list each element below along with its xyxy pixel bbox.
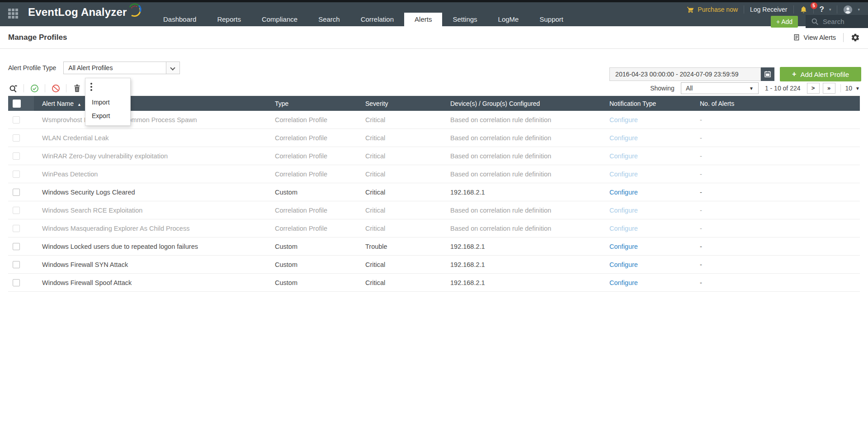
table-row[interactable]: WLAN Credential Leak Correlation Profile…: [8, 129, 860, 147]
disable-profile-button[interactable]: [51, 83, 61, 93]
alert-name[interactable]: Wsmprovhost Launching Uncommon Process S…: [34, 116, 267, 124]
notifications-button[interactable]: 5: [794, 5, 813, 14]
col-notification-type[interactable]: Notification Type: [601, 100, 692, 107]
menu-item-import[interactable]: Import: [85, 95, 130, 109]
pagination-bar: Showing All ▼ 1 - 10 of 224 > » 10 ▼: [650, 82, 860, 94]
alert-devices: Based on correlation rule definition: [442, 134, 601, 142]
tab-search[interactable]: Search: [308, 13, 350, 26]
col-alert-name[interactable]: Alert Name▲: [34, 100, 267, 107]
alert-name[interactable]: Windows Security Logs Cleared: [34, 189, 267, 196]
row-checkbox[interactable]: [13, 261, 20, 268]
calendar-button[interactable]: [761, 67, 774, 81]
alert-name[interactable]: Windows Firewall SYN Attack: [34, 261, 267, 268]
tab-compliance[interactable]: Compliance: [251, 13, 308, 26]
configure-link[interactable]: Configure: [609, 243, 638, 250]
configure-link[interactable]: Configure: [609, 116, 638, 124]
tab-alerts[interactable]: Alerts: [404, 13, 442, 26]
configure-link[interactable]: Configure: [609, 225, 638, 232]
apps-grid-icon[interactable]: [8, 9, 19, 19]
alert-devices: Based on correlation rule definition: [442, 116, 601, 124]
alert-type: Correlation Profile: [267, 116, 357, 124]
divider: [45, 84, 45, 92]
col-severity[interactable]: Severity: [357, 100, 442, 107]
alert-name[interactable]: WLAN Credential Leak: [34, 134, 267, 142]
alert-name[interactable]: Windows Firewall Spoof Attack: [34, 279, 267, 286]
col-type[interactable]: Type: [267, 100, 357, 107]
bell-icon: [800, 5, 807, 14]
row-checkbox[interactable]: [13, 171, 20, 178]
table-row[interactable]: Windows Firewall SYN Attack Custom Criti…: [8, 256, 860, 274]
add-alert-profile-button[interactable]: + Add Alert Profile: [780, 67, 861, 81]
tab-settings[interactable]: Settings: [442, 13, 487, 26]
table-row[interactable]: Windows Locked users due to repeated log…: [8, 238, 860, 256]
delete-profile-button[interactable]: [72, 83, 82, 93]
alert-name[interactable]: Windows Locked users due to repeated log…: [34, 243, 267, 250]
alert-name[interactable]: WinPeas Detection: [34, 171, 267, 178]
row-checkbox[interactable]: [13, 152, 20, 160]
quick-add-button[interactable]: + Add: [771, 16, 798, 28]
row-checkbox[interactable]: [13, 116, 20, 124]
pagination-range: 1 - 10 of 224: [765, 85, 801, 92]
global-search-input[interactable]: [823, 18, 861, 25]
configure-link[interactable]: Configure: [609, 134, 638, 142]
configure-link[interactable]: Configure: [609, 171, 638, 178]
menu-item-export[interactable]: Export: [85, 109, 130, 123]
tab-dashboard[interactable]: Dashboard: [153, 13, 207, 26]
table-row[interactable]: WinRAR Zero-Day vulnerability exploitati…: [8, 147, 860, 165]
table-row[interactable]: Windows Security Logs Cleared Custom Cri…: [8, 183, 860, 201]
tab-correlation[interactable]: Correlation: [350, 13, 404, 26]
row-checkbox[interactable]: [13, 279, 20, 286]
cart-icon: [687, 6, 694, 13]
divider: [840, 84, 841, 92]
enable-profile-button[interactable]: [29, 83, 39, 93]
settings-gear-icon[interactable]: [851, 33, 860, 42]
alert-devices: 192.168.2.1: [442, 243, 601, 250]
table-row[interactable]: Windows Search RCE Exploitation Correlat…: [8, 201, 860, 219]
global-search-box[interactable]: [806, 15, 868, 28]
configure-link[interactable]: Configure: [609, 207, 638, 214]
configure-link[interactable]: Configure: [609, 279, 638, 286]
profile-type-filter: Alert Profile Type All Alert Profiles: [8, 62, 180, 74]
table-row[interactable]: Windows Firewall Spoof Attack Custom Cri…: [8, 274, 860, 292]
tab-logme[interactable]: LogMe: [488, 13, 529, 26]
purchase-now-link[interactable]: Purchase now: [681, 6, 744, 13]
row-checkbox[interactable]: [13, 207, 20, 214]
configure-link[interactable]: Configure: [609, 152, 638, 160]
calendar-icon: [764, 71, 771, 78]
row-checkbox[interactable]: [13, 134, 20, 142]
row-checkbox[interactable]: [13, 225, 20, 232]
alert-name[interactable]: Windows Search RCE Exploitation: [34, 207, 267, 214]
next-page-button[interactable]: >: [807, 83, 820, 94]
table-row[interactable]: Windows Masquerading Explorer As Child P…: [8, 219, 860, 238]
row-checkbox[interactable]: [13, 189, 20, 196]
col-devices[interactable]: Device(s) / Group(s) Configured: [442, 100, 601, 107]
select-all-checkbox[interactable]: [13, 100, 21, 108]
tab-reports[interactable]: Reports: [207, 13, 251, 26]
page-size-select[interactable]: 10 ▼: [845, 85, 860, 92]
date-range-field[interactable]: 2016-04-23 00:00:00 - 2024-07-09 23:59:5…: [609, 67, 761, 81]
plus-icon: +: [792, 70, 796, 78]
col-no-of-alerts[interactable]: No. of Alerts: [692, 100, 860, 107]
alert-name[interactable]: Windows Masquerading Explorer As Child P…: [34, 225, 267, 232]
table-row[interactable]: WinPeas Detection Correlation Profile Cr…: [8, 165, 860, 183]
showing-filter-select[interactable]: All ▼: [681, 82, 759, 94]
divider: [24, 84, 24, 92]
page-title: Manage Profiles: [8, 33, 67, 42]
profile-type-select[interactable]: All Alert Profiles: [63, 62, 180, 74]
row-checkbox[interactable]: [13, 243, 20, 250]
alert-devices: Based on correlation rule definition: [442, 152, 601, 160]
search-profiles-button[interactable]: [8, 83, 18, 93]
view-alerts-button[interactable]: View Alerts: [793, 33, 836, 41]
select-caret-cell[interactable]: [166, 62, 179, 74]
alert-type: Correlation Profile: [267, 171, 357, 178]
log-receiver-link[interactable]: Log Receiver: [744, 6, 793, 13]
alert-name[interactable]: WinRAR Zero-Day vulnerability exploitati…: [34, 152, 267, 160]
more-actions-button[interactable]: [85, 78, 130, 95]
app-logo-text: EventLog Analyzer: [28, 6, 127, 19]
tab-support[interactable]: Support: [529, 13, 574, 26]
user-menu-button[interactable]: ▾: [837, 5, 860, 14]
table-row[interactable]: Wsmprovhost Launching Uncommon Process S…: [8, 111, 860, 129]
last-page-button[interactable]: »: [823, 83, 835, 94]
configure-link[interactable]: Configure: [609, 261, 638, 268]
configure-link[interactable]: Configure: [609, 189, 638, 196]
